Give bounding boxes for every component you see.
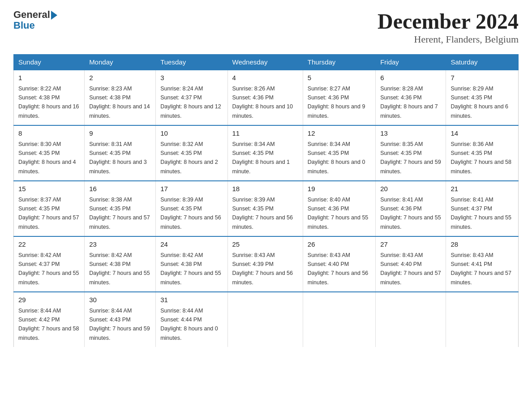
calendar-cell: 2 Sunrise: 8:23 AMSunset: 4:38 PMDayligh… [85,70,156,125]
day-number: 3 [160,73,223,83]
day-number: 19 [308,184,371,194]
day-number: 4 [232,73,298,83]
day-number: 20 [380,184,441,194]
calendar-cell: 12 Sunrise: 8:34 AMSunset: 4:35 PMDaylig… [303,125,375,181]
calendar-cell [376,292,446,347]
day-number: 2 [89,73,151,83]
calendar-cell: 29 Sunrise: 8:44 AMSunset: 4:42 PMDaylig… [14,292,85,347]
day-info: Sunrise: 8:39 AMSunset: 4:35 PMDaylight:… [160,197,221,230]
calendar-cell: 27 Sunrise: 8:43 AMSunset: 4:40 PMDaylig… [376,236,446,292]
calendar-table: SundayMondayTuesdayWednesdayThursdayFrid… [13,54,519,347]
day-info: Sunrise: 8:39 AMSunset: 4:35 PMDaylight:… [232,197,293,230]
calendar-header-sunday: Sunday [14,55,85,70]
logo-arrow-icon [51,11,57,20]
day-info: Sunrise: 8:42 AMSunset: 4:37 PMDaylight:… [18,252,79,286]
calendar-cell: 8 Sunrise: 8:30 AMSunset: 4:35 PMDayligh… [14,125,85,181]
day-info: Sunrise: 8:26 AMSunset: 4:36 PMDaylight:… [232,86,293,119]
calendar-header-friday: Friday [376,55,446,70]
day-number: 5 [308,73,371,83]
calendar-cell [227,292,303,347]
day-info: Sunrise: 8:43 AMSunset: 4:40 PMDaylight:… [308,252,369,286]
calendar-week-row: 15 Sunrise: 8:37 AMSunset: 4:35 PMDaylig… [14,181,519,236]
day-info: Sunrise: 8:36 AMSunset: 4:35 PMDaylight:… [450,141,511,175]
day-number: 30 [89,295,151,305]
day-info: Sunrise: 8:22 AMSunset: 4:38 PMDaylight:… [18,86,79,119]
day-info: Sunrise: 8:38 AMSunset: 4:35 PMDaylight:… [89,197,150,230]
calendar-cell: 13 Sunrise: 8:35 AMSunset: 4:35 PMDaylig… [376,125,446,181]
day-number: 17 [160,184,223,194]
calendar-cell: 3 Sunrise: 8:24 AMSunset: 4:37 PMDayligh… [156,70,227,125]
calendar-cell: 7 Sunrise: 8:29 AMSunset: 4:35 PMDayligh… [446,70,519,125]
calendar-cell: 23 Sunrise: 8:42 AMSunset: 4:38 PMDaylig… [85,236,156,292]
calendar-cell: 31 Sunrise: 8:44 AMSunset: 4:44 PMDaylig… [156,292,227,347]
calendar-cell: 19 Sunrise: 8:40 AMSunset: 4:36 PMDaylig… [303,181,375,236]
day-info: Sunrise: 8:24 AMSunset: 4:37 PMDaylight:… [160,86,221,119]
day-number: 31 [160,295,223,305]
location-subtitle: Herent, Flanders, Belgium [378,34,519,45]
calendar-cell: 15 Sunrise: 8:37 AMSunset: 4:35 PMDaylig… [14,181,85,236]
day-number: 24 [160,240,223,250]
calendar-cell: 22 Sunrise: 8:42 AMSunset: 4:37 PMDaylig… [14,236,85,292]
day-info: Sunrise: 8:41 AMSunset: 4:36 PMDaylight:… [380,197,441,230]
calendar-cell: 21 Sunrise: 8:41 AMSunset: 4:37 PMDaylig… [446,181,519,236]
month-year-title: December 2024 [378,9,519,34]
day-info: Sunrise: 8:42 AMSunset: 4:38 PMDaylight:… [160,252,221,286]
day-number: 21 [450,184,514,194]
day-number: 28 [450,240,514,250]
day-info: Sunrise: 8:44 AMSunset: 4:44 PMDaylight:… [160,308,218,341]
day-info: Sunrise: 8:44 AMSunset: 4:42 PMDaylight:… [18,308,79,341]
calendar-cell [446,292,519,347]
calendar-cell: 4 Sunrise: 8:26 AMSunset: 4:36 PMDayligh… [227,70,303,125]
day-info: Sunrise: 8:43 AMSunset: 4:40 PMDaylight:… [380,252,441,286]
calendar-cell: 10 Sunrise: 8:32 AMSunset: 4:35 PMDaylig… [156,125,227,181]
calendar-cell: 20 Sunrise: 8:41 AMSunset: 4:36 PMDaylig… [376,181,446,236]
calendar-week-row: 22 Sunrise: 8:42 AMSunset: 4:37 PMDaylig… [14,236,519,292]
day-number: 16 [89,184,151,194]
day-number: 13 [380,128,441,139]
calendar-cell: 9 Sunrise: 8:31 AMSunset: 4:35 PMDayligh… [85,125,156,181]
calendar-header-thursday: Thursday [303,55,375,70]
day-info: Sunrise: 8:42 AMSunset: 4:38 PMDaylight:… [89,252,150,286]
day-number: 14 [450,128,514,139]
day-number: 25 [232,240,298,250]
calendar-cell: 17 Sunrise: 8:39 AMSunset: 4:35 PMDaylig… [156,181,227,236]
day-number: 15 [18,184,80,194]
calendar-cell: 16 Sunrise: 8:38 AMSunset: 4:35 PMDaylig… [85,181,156,236]
day-info: Sunrise: 8:29 AMSunset: 4:35 PMDaylight:… [450,86,508,119]
day-number: 10 [160,128,223,139]
day-info: Sunrise: 8:23 AMSunset: 4:38 PMDaylight:… [89,86,150,119]
calendar-cell: 14 Sunrise: 8:36 AMSunset: 4:35 PMDaylig… [446,125,519,181]
calendar-cell: 28 Sunrise: 8:43 AMSunset: 4:41 PMDaylig… [446,236,519,292]
calendar-week-row: 29 Sunrise: 8:44 AMSunset: 4:42 PMDaylig… [14,292,519,347]
calendar-header-wednesday: Wednesday [227,55,303,70]
calendar-header-tuesday: Tuesday [156,55,227,70]
day-number: 12 [308,128,371,139]
day-info: Sunrise: 8:35 AMSunset: 4:35 PMDaylight:… [380,141,441,175]
calendar-cell: 5 Sunrise: 8:27 AMSunset: 4:36 PMDayligh… [303,70,375,125]
calendar-header-saturday: Saturday [446,55,519,70]
calendar-cell: 26 Sunrise: 8:43 AMSunset: 4:40 PMDaylig… [303,236,375,292]
day-info: Sunrise: 8:43 AMSunset: 4:39 PMDaylight:… [232,252,293,286]
day-info: Sunrise: 8:34 AMSunset: 4:35 PMDaylight:… [308,141,365,175]
day-number: 29 [18,295,80,305]
logo: General Blue [13,9,57,31]
day-info: Sunrise: 8:32 AMSunset: 4:35 PMDaylight:… [160,141,218,175]
calendar-header-monday: Monday [85,55,156,70]
day-info: Sunrise: 8:34 AMSunset: 4:35 PMDaylight:… [232,141,290,175]
day-number: 6 [380,73,441,83]
day-info: Sunrise: 8:31 AMSunset: 4:35 PMDaylight:… [89,141,147,175]
day-number: 26 [308,240,371,250]
day-number: 11 [232,128,298,139]
day-number: 23 [89,240,151,250]
calendar-cell [303,292,375,347]
page-header: General Blue December 2024 Herent, Fland… [13,9,519,45]
calendar-cell: 18 Sunrise: 8:39 AMSunset: 4:35 PMDaylig… [227,181,303,236]
day-number: 1 [18,73,80,83]
day-number: 22 [18,240,80,250]
day-info: Sunrise: 8:44 AMSunset: 4:43 PMDaylight:… [89,308,150,341]
day-number: 7 [450,73,514,83]
day-info: Sunrise: 8:37 AMSunset: 4:35 PMDaylight:… [18,197,79,230]
day-number: 9 [89,128,151,139]
day-info: Sunrise: 8:28 AMSunset: 4:36 PMDaylight:… [380,86,438,119]
day-info: Sunrise: 8:40 AMSunset: 4:36 PMDaylight:… [308,197,369,230]
